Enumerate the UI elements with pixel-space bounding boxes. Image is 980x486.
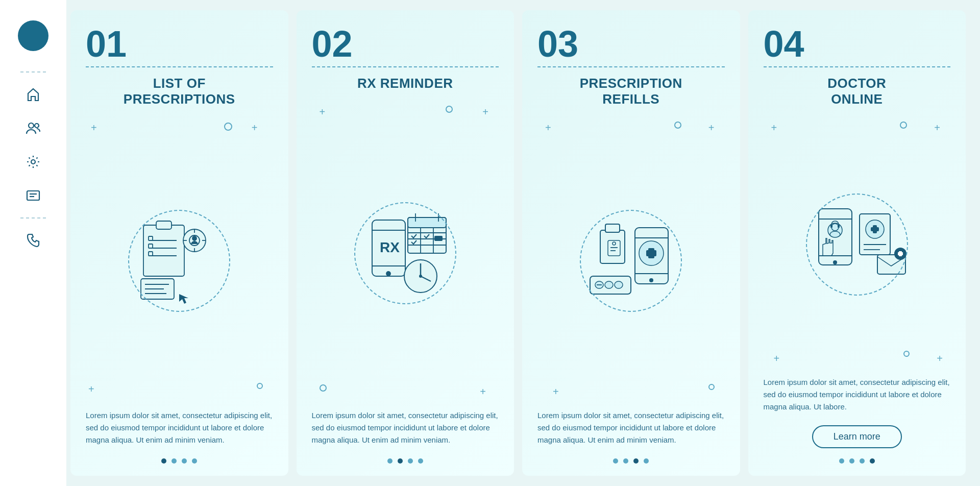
svg-point-2 [31, 160, 35, 164]
deco-circle [674, 121, 681, 129]
card-1-illustration: + + + [86, 117, 273, 404]
deco-circle [320, 384, 327, 392]
dot-4 [644, 458, 649, 464]
app-logo [18, 20, 48, 51]
deco-plus: + [708, 123, 715, 133]
card-4-title: DOCTORONLINE [764, 76, 951, 107]
dashed-circle [354, 202, 456, 304]
deco-plus: + [771, 123, 777, 133]
card-4-number: 04 [764, 26, 951, 62]
deco-plus: + [480, 386, 486, 397]
dot-2 [623, 458, 628, 464]
card-3: 03 PRESCRIPTIONREFILLS + + + [522, 10, 740, 476]
svg-rect-3 [27, 191, 39, 200]
card-1-description: Lorem ipsum dolor sit amet, consectetur … [86, 409, 273, 446]
card-2-description: Lorem ipsum dolor sit amet, consectetur … [312, 409, 499, 446]
deco-plus: + [91, 123, 97, 133]
dot-1 [387, 458, 393, 464]
sidebar [0, 0, 66, 486]
svg-point-1 [35, 124, 39, 128]
card-2-divider [312, 66, 499, 67]
card-2-number: 02 [312, 26, 499, 62]
card-2-dots [312, 458, 499, 464]
dot-4 [418, 458, 423, 464]
card-2-title: RX REMINDER [312, 76, 499, 91]
users-icon[interactable] [20, 115, 46, 141]
card-4: 04 DOCTORONLINE + + + + [748, 10, 966, 476]
deco-circle [224, 123, 232, 131]
main-content: 01 LIST OFPRESCRIPTIONS + + + [66, 0, 980, 486]
dot-3 [182, 458, 187, 464]
sidebar-divider-bottom [20, 217, 46, 218]
dot-3 [633, 458, 639, 464]
dot-4 [192, 458, 197, 464]
deco-plus: + [545, 123, 551, 133]
dot-2 [849, 458, 854, 464]
card-4-description: Lorem ipsum dolor sit amet, consectetur … [764, 376, 951, 413]
dot-2 [172, 458, 177, 464]
svg-point-0 [29, 123, 34, 128]
card-1-dots [86, 458, 273, 464]
phone-icon[interactable] [20, 228, 46, 253]
card-1-divider [86, 66, 273, 67]
messages-icon[interactable] [20, 183, 46, 208]
deco-plus: + [934, 123, 940, 133]
dot-2 [398, 458, 403, 464]
card-3-title: PRESCRIPTIONREFILLS [537, 76, 725, 107]
learn-more-button[interactable]: Learn more [812, 425, 902, 448]
card-3-divider [537, 66, 725, 67]
dot-1 [613, 458, 618, 464]
deco-plus: + [320, 107, 326, 117]
card-2: 02 RX REMINDER + + + RX [297, 10, 514, 476]
card-3-dots [537, 458, 725, 464]
card-1: 01 LIST OFPRESCRIPTIONS + + + [70, 10, 288, 476]
deco-plus: + [937, 353, 943, 363]
card-3-illustration: + + + [537, 117, 725, 404]
sidebar-divider-top [20, 71, 46, 72]
card-3-number: 03 [537, 26, 725, 62]
dot-4 [870, 458, 875, 464]
dashed-circle [806, 193, 908, 296]
card-4-dots [764, 458, 951, 464]
dashed-circle [128, 210, 230, 312]
deco-plus: + [88, 384, 94, 394]
dashed-circle [580, 210, 682, 312]
home-icon[interactable] [20, 82, 46, 107]
card-1-title: LIST OFPRESCRIPTIONS [86, 76, 273, 107]
deco-circle [708, 384, 715, 390]
settings-icon[interactable] [20, 149, 46, 175]
deco-circle [257, 383, 263, 389]
deco-plus: + [482, 107, 488, 117]
deco-plus: + [553, 386, 559, 397]
dot-1 [161, 458, 166, 464]
deco-plus: + [252, 123, 258, 133]
dot-1 [839, 458, 844, 464]
card-4-divider [764, 66, 951, 67]
deco-circle [903, 351, 910, 357]
card-2-illustration: + + + RX [312, 102, 499, 404]
deco-circle [900, 121, 907, 129]
dot-3 [408, 458, 413, 464]
dot-3 [860, 458, 865, 464]
card-4-illustration: + + + + [764, 117, 951, 371]
card-1-number: 01 [86, 26, 273, 62]
card-3-description: Lorem ipsum dolor sit amet, consectetur … [537, 409, 725, 446]
deco-plus: + [774, 353, 780, 363]
deco-circle [446, 106, 453, 113]
